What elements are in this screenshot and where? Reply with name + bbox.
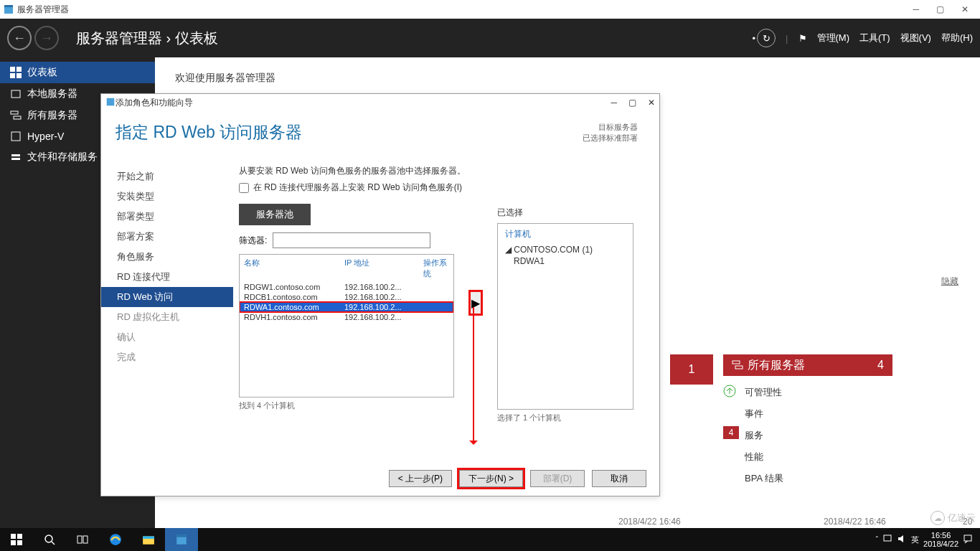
destination-value: 已选择标准部署 <box>583 133 638 143</box>
nav-label: 文件和存储服务 <box>27 151 98 164</box>
col-os[interactable]: 操作系统 <box>423 258 449 279</box>
ime-indicator[interactable]: 英 <box>911 534 919 545</box>
col-name[interactable]: 名称 <box>244 258 344 279</box>
explorer-button[interactable] <box>132 528 165 551</box>
step-confirm[interactable]: 确认 <box>117 327 233 347</box>
svg-rect-22 <box>77 536 82 543</box>
table-row-selected[interactable]: RDWA1.contoso.com192.168.100.2... <box>240 302 453 312</box>
svg-rect-1 <box>4 5 13 7</box>
tile-row-services[interactable]: 4服务 <box>723 425 895 446</box>
selected-count: 选择了 1 个计算机 <box>497 413 633 423</box>
prev-button[interactable]: < 上一步(P) <box>389 470 452 487</box>
wizard-icon <box>105 97 116 109</box>
table-row[interactable]: RDGW1.contoso.com192.168.100.2... <box>240 282 453 292</box>
menu-tools[interactable]: 工具(T) <box>859 32 890 44</box>
step-before-begin[interactable]: 开始之前 <box>117 166 233 187</box>
add-server-button[interactable]: ▶ <box>468 290 483 316</box>
install-on-broker-checkbox[interactable] <box>239 183 249 193</box>
wizard-maximize-button[interactable]: ▢ <box>628 98 636 108</box>
nav-dashboard[interactable]: 仪表板 <box>0 62 155 83</box>
svg-line-21 <box>52 542 55 545</box>
menu-view[interactable]: 视图(V) <box>900 32 931 44</box>
tile-count: 4 <box>877 359 884 372</box>
app-icon <box>3 4 14 15</box>
step-rd-broker[interactable]: RD 连接代理 <box>117 267 233 287</box>
close-button[interactable]: ✕ <box>961 4 969 14</box>
svg-rect-26 <box>143 537 154 539</box>
menu-help[interactable]: 帮助(H) <box>941 32 973 44</box>
sound-icon[interactable] <box>897 534 907 545</box>
wizard-instruction: 从要安装 RD Web 访问角色服务的服务器池中选择服务器。 <box>239 165 645 177</box>
network-icon[interactable] <box>882 534 892 545</box>
svg-rect-2 <box>10 67 15 72</box>
forward-button[interactable]: → <box>34 26 59 50</box>
back-button[interactable]: ← <box>7 26 32 50</box>
nav-label: 仪表板 <box>27 66 57 79</box>
col-ip[interactable]: IP 地址 <box>344 258 423 279</box>
nav-label: 本地服务器 <box>27 88 77 100</box>
tile-title: 所有服务器 <box>748 358 805 373</box>
start-button[interactable] <box>0 528 33 551</box>
tile-row-performance[interactable]: 性能 <box>723 446 895 468</box>
minimize-button[interactable]: ─ <box>913 4 919 14</box>
search-button[interactable] <box>33 528 66 551</box>
svg-rect-16 <box>11 534 16 539</box>
all-servers-tile-header[interactable]: 所有服务器 4 <box>723 354 892 376</box>
server-pool-tab[interactable]: 服务器池 <box>239 204 311 225</box>
all-servers-tile-body: 可管理性 事件 4服务 性能 BPA 结果 <box>723 382 895 489</box>
table-row[interactable]: RDVH1.contoso.com192.168.100.2... <box>240 312 453 322</box>
svg-rect-18 <box>11 540 16 545</box>
table-row[interactable]: RDCB1.contoso.com192.168.100.2... <box>240 292 453 302</box>
deploy-button: 部署(D) <box>530 470 585 487</box>
step-install-type[interactable]: 安装类型 <box>117 187 233 207</box>
welcome-heading: 欢迎使用服务器管理器 <box>175 72 960 85</box>
flag-icon[interactable]: ⚑ <box>798 33 807 44</box>
tile-row-manageability[interactable]: 可管理性 <box>723 382 895 403</box>
step-deploy-scenario[interactable]: 部署方案 <box>117 227 233 247</box>
svg-rect-28 <box>176 534 187 537</box>
clock[interactable]: 16:56 2018/4/22 <box>923 531 958 548</box>
servers-icon <box>732 359 743 371</box>
task-view-button[interactable] <box>66 528 99 551</box>
filter-label: 筛选器: <box>239 235 267 247</box>
selected-header: 计算机 <box>505 228 626 240</box>
svg-rect-30 <box>964 535 971 541</box>
action-center-icon[interactable] <box>963 534 973 545</box>
cloud-icon: ☁ <box>930 511 945 525</box>
timestamp-right: 2018/4/22 16:46 <box>824 517 886 527</box>
svg-rect-3 <box>17 67 22 72</box>
selected-list: 计算机 ◢ CONTOSO.COM (1) RDWA1 <box>497 223 633 410</box>
server-pool-grid: 名称 IP 地址 操作系统 RDGW1.contoso.com192.168.1… <box>239 254 454 397</box>
watermark: ☁ 亿速云 <box>930 511 976 525</box>
svg-rect-8 <box>14 116 21 119</box>
timestamp-left: 2018/4/22 16:46 <box>618 517 681 527</box>
nav-label: 所有服务器 <box>27 109 77 122</box>
app-title: 服务器管理器 <box>17 4 69 16</box>
server-manager-task[interactable] <box>165 528 198 551</box>
cancel-button[interactable]: 取消 <box>592 470 646 487</box>
selected-node[interactable]: RDWA1 <box>505 256 626 266</box>
next-button[interactable]: 下一步(N) > <box>459 470 523 487</box>
menu-manage[interactable]: 管理(M) <box>817 32 850 44</box>
hide-link[interactable]: 隐藏 <box>941 276 958 288</box>
svg-rect-5 <box>17 73 22 78</box>
wizard-minimize-button[interactable]: ─ <box>611 98 617 108</box>
annotation-arrow <box>473 307 474 443</box>
tile-row-bpa[interactable]: BPA 结果 <box>723 468 895 489</box>
wizard-close-button[interactable]: ✕ <box>648 98 655 108</box>
wizard-page-title: 指定 RD Web 访问服务器 <box>116 121 302 143</box>
window-titlebar: 服务器管理器 ─ ▢ ✕ <box>0 0 980 19</box>
svg-rect-11 <box>11 158 20 160</box>
maximize-button[interactable]: ▢ <box>936 4 944 14</box>
svg-point-20 <box>45 535 52 542</box>
step-rd-virt-host[interactable]: RD 虚拟化主机 <box>117 307 233 327</box>
step-deploy-type[interactable]: 部署类型 <box>117 207 233 227</box>
refresh-dropdown[interactable]: • ↻ <box>753 29 776 47</box>
tray-up-icon[interactable]: ˆ <box>875 535 878 544</box>
selected-domain[interactable]: ◢ CONTOSO.COM (1) <box>505 245 626 255</box>
ie-button[interactable] <box>99 528 132 551</box>
tile-row-events[interactable]: 事件 <box>723 403 895 425</box>
step-rd-web[interactable]: RD Web 访问 <box>101 287 233 307</box>
filter-input[interactable] <box>273 232 430 248</box>
step-role-services[interactable]: 角色服务 <box>117 247 233 267</box>
